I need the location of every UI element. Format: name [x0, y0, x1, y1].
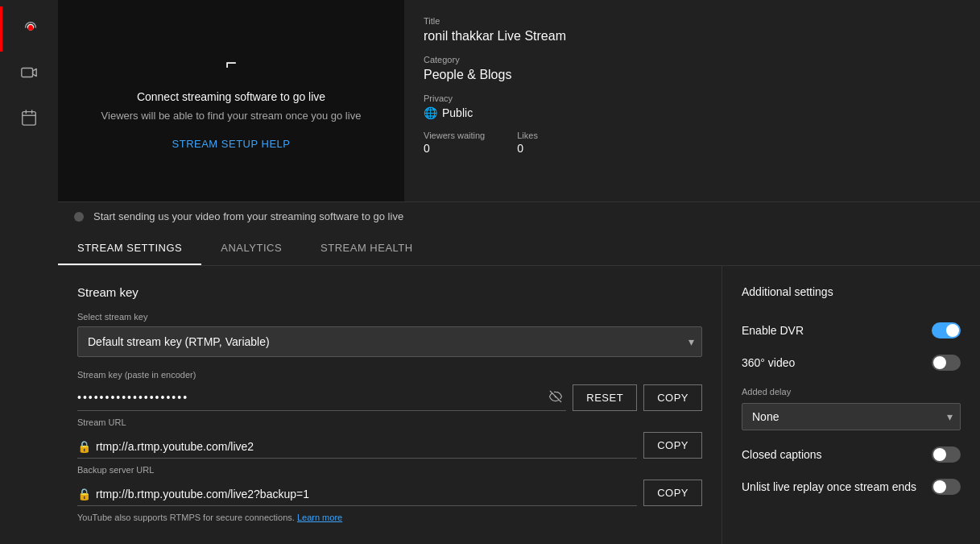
stream-setup-help-link[interactable]: STREAM SETUP HELP [172, 138, 291, 150]
status-dot [74, 212, 84, 222]
likes-label: Likes [517, 131, 538, 140]
top-section: ⌐ Connect streaming software to go live … [58, 0, 980, 201]
stream-url-wrapper: 🔒 rtmp://a.rtmp.youtube.com/live2 [77, 440, 637, 459]
privacy-value: Public [442, 106, 473, 119]
viewers-waiting-value: 0 [424, 142, 485, 155]
rtmps-note: YouTube also supports RTMPS for secure c… [77, 513, 702, 522]
viewers-waiting-label: Viewers waiting [424, 131, 485, 140]
reset-button[interactable]: RESET [573, 384, 637, 411]
additional-settings-title: Additional settings [742, 285, 961, 298]
viewers-waiting-stat: Viewers waiting 0 [424, 131, 485, 155]
stream-key-select[interactable]: Default stream key (RTMP, Variable) [77, 326, 702, 357]
connect-text: Connect streaming software to go live [137, 90, 325, 103]
lock-icon: 🔒 [77, 440, 91, 453]
lock-icon-backup: 🔒 [77, 488, 91, 500]
copy-backup-url-button[interactable]: COPY [643, 480, 702, 506]
likes-value: 0 [517, 142, 538, 155]
toggle-knob-cc [933, 448, 946, 461]
stream-key-input-row: RESET COPY [77, 384, 702, 411]
copy-stream-url-button[interactable]: COPY [643, 432, 702, 459]
enable-dvr-row: Enable DVR [742, 314, 961, 347]
unlist-replay-row: Unlist live replay once stream ends [742, 471, 961, 503]
status-text: Start sending us your video from your st… [93, 210, 403, 222]
privacy-row: 🌐 Public [424, 106, 961, 119]
copy-stream-key-button[interactable]: COPY [643, 384, 702, 411]
cursor-icon: ⌐ [225, 52, 237, 74]
backup-url-field-group: Backup server URL 🔒 rtmp://b.rtmp.youtub… [77, 465, 702, 506]
category-label: Category [424, 55, 961, 64]
select-stream-key-label: Select stream key [77, 312, 702, 322]
tab-stream-settings[interactable]: STREAM SETTINGS [58, 230, 201, 265]
stream-url-input-row: 🔒 rtmp://a.rtmp.youtube.com/live2 COPY [77, 432, 702, 459]
live-streaming-icon [22, 19, 39, 40]
viewers-text: Viewers will be able to find your stream… [101, 110, 362, 122]
stream-info-panel: Title ronil thakkar Live Stream Category… [404, 0, 980, 201]
added-delay-label: Added delay [742, 387, 961, 397]
stream-key-section-title: Stream key [77, 285, 702, 299]
sidebar-item-calendar[interactable] [0, 97, 58, 142]
stream-key-select-group: Select stream key Default stream key (RT… [77, 312, 702, 357]
closed-captions-row: Closed captions [742, 438, 961, 471]
eye-off-icon[interactable] [548, 389, 563, 407]
toggle-knob [946, 324, 959, 337]
svg-rect-2 [22, 68, 33, 77]
stats-row: Viewers waiting 0 Likes 0 [424, 131, 961, 155]
privacy-label: Privacy [424, 93, 961, 103]
backup-url-label: Backup server URL [77, 465, 702, 475]
backup-url-wrapper: 🔒 rtmp://b.rtmp.youtube.com/live2?backup… [77, 488, 637, 506]
stream-key-input[interactable] [77, 384, 566, 411]
video-360-toggle[interactable] [932, 355, 961, 371]
content-area: Stream key Select stream key Default str… [58, 266, 980, 544]
stream-settings-panel: Stream key Select stream key Default str… [58, 266, 722, 544]
stream-key-label: Stream key (paste in encoder) [77, 370, 702, 380]
delay-select-wrapper: None ▾ [742, 403, 961, 430]
unlist-replay-toggle[interactable] [932, 479, 961, 495]
closed-captions-toggle[interactable] [932, 446, 961, 463]
video-360-row: 360° video [742, 347, 961, 379]
sidebar [0, 0, 58, 544]
additional-settings-panel: Additional settings Enable DVR 360° vide… [722, 266, 980, 544]
stream-url-label: Stream URL [77, 417, 702, 427]
added-delay-section: Added delay None ▾ [742, 379, 961, 438]
stream-key-select-wrapper: Default stream key (RTMP, Variable) ▾ [77, 326, 702, 357]
title-value: ronil thakkar Live Stream [424, 29, 961, 44]
toggle-knob-unlist [933, 480, 946, 493]
main-content: ⌐ Connect streaming software to go live … [58, 0, 980, 544]
backup-url-value: rtmp://b.rtmp.youtube.com/live2?backup=1 [96, 488, 309, 500]
stream-url-value: rtmp://a.rtmp.youtube.com/live2 [96, 440, 254, 453]
stream-key-field-group: Stream key (paste in encoder) RESET COPY [77, 370, 702, 411]
tabs: STREAM SETTINGS ANALYTICS STREAM HEALTH [58, 230, 980, 266]
video-360-label: 360° video [742, 356, 795, 369]
calendar-icon [20, 109, 38, 131]
camera-icon [20, 64, 38, 85]
toggle-knob-360 [933, 356, 946, 369]
tab-analytics[interactable]: ANALYTICS [201, 230, 301, 265]
added-delay-select[interactable]: None [742, 403, 961, 430]
learn-more-link[interactable]: Learn more [297, 513, 342, 522]
sidebar-item-camera[interactable] [0, 52, 58, 97]
tab-stream-health[interactable]: STREAM HEALTH [301, 230, 432, 265]
unlist-replay-label: Unlist live replay once stream ends [742, 480, 916, 493]
category-value: People & Blogs [424, 68, 961, 82]
likes-stat: Likes 0 [517, 131, 538, 155]
sidebar-item-live[interactable] [0, 6, 58, 52]
video-preview: ⌐ Connect streaming software to go live … [58, 0, 404, 201]
stream-url-field-group: Stream URL 🔒 rtmp://a.rtmp.youtube.com/l… [77, 417, 702, 459]
closed-captions-label: Closed captions [742, 448, 822, 461]
stream-key-input-wrapper [77, 384, 566, 411]
enable-dvr-label: Enable DVR [742, 324, 804, 337]
backup-url-input-row: 🔒 rtmp://b.rtmp.youtube.com/live2?backup… [77, 480, 702, 506]
title-label: Title [424, 16, 961, 26]
status-bar: Start sending us your video from your st… [58, 201, 980, 230]
enable-dvr-toggle[interactable] [932, 322, 961, 338]
svg-rect-4 [23, 111, 36, 125]
globe-icon: 🌐 [424, 106, 437, 119]
